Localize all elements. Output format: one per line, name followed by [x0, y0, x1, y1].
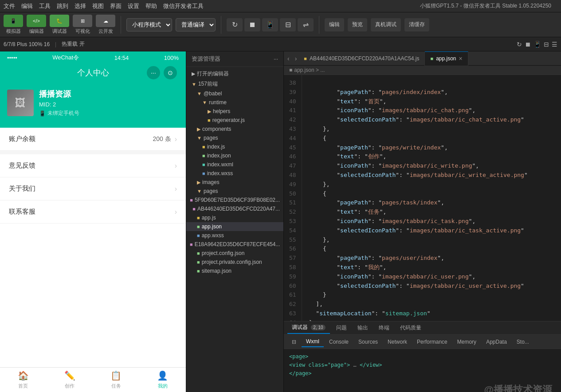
- menu-item-select[interactable]: 选择: [75, 2, 86, 10]
- components-label: components: [202, 126, 231, 132]
- tab-appjson[interactable]: ■ app.json ×: [425, 51, 468, 66]
- index-wxml-file[interactable]: ■ index.wxml: [186, 160, 283, 169]
- simulator-button[interactable]: 📱: [4, 15, 23, 27]
- phone-button[interactable]: 📱: [262, 18, 278, 31]
- file-panel: 资源管理器 ··· ▶ 打开的编辑器 ▼ 157前端 ▼ @babel: [186, 51, 284, 392]
- devtools-tab-performance[interactable]: Performance: [412, 337, 452, 347]
- images-folder[interactable]: ▶ images: [186, 178, 283, 187]
- debugger-button[interactable]: 🐛: [50, 15, 69, 27]
- tab-terminal[interactable]: 终端: [374, 322, 394, 333]
- tab-mine[interactable]: 👤 我的: [139, 368, 186, 392]
- tab-output[interactable]: 输出: [353, 322, 373, 333]
- devtools-tab-console[interactable]: Console: [325, 337, 353, 347]
- tabs-nav-fwd[interactable]: ›: [293, 55, 299, 62]
- app-title: 小狐狸GPT1.5.7 - 微信开发者工具 Stable 1.05.220425…: [420, 2, 551, 10]
- header-camera-btn[interactable]: ⊙: [164, 66, 177, 79]
- devtools-tab-sto[interactable]: Sto...: [512, 337, 534, 347]
- devtools-tab-wxml[interactable]: Wxml: [302, 337, 324, 347]
- more2-icon[interactable]: ☰: [552, 41, 557, 48]
- sitemap-file[interactable]: ■ sitemap.json: [186, 267, 283, 275]
- line-47: 47: [286, 161, 300, 171]
- device2-icon[interactable]: 📱: [534, 41, 541, 48]
- compile-select[interactable]: 普通编译: [176, 18, 216, 31]
- app-wxss-file[interactable]: ■ app.wxss: [186, 231, 283, 240]
- tab-ab44[interactable]: ■ AB446240ED35D6CFCD220A470A1AAC54.js: [298, 51, 425, 66]
- devtools-icon-toggle[interactable]: ⊟: [287, 337, 301, 347]
- tab-debugger[interactable]: 调试器 2, 10: [287, 322, 330, 334]
- stop-button[interactable]: ⏹: [244, 18, 260, 31]
- tab-issues[interactable]: 问题: [332, 322, 351, 333]
- devtools-tab-sources[interactable]: Sources: [354, 337, 382, 347]
- open-editors-header[interactable]: ▶ 打开的编辑器: [186, 69, 283, 79]
- stop2-icon[interactable]: ⏹: [525, 41, 531, 48]
- tab-appjson-close[interactable]: ×: [459, 55, 463, 62]
- devtools-tab-memory[interactable]: Memory: [453, 337, 481, 347]
- index-json-file[interactable]: ■ index.json: [186, 151, 283, 160]
- babel-folder[interactable]: ▼ @babel: [186, 89, 283, 98]
- menu-item-help[interactable]: 帮助: [145, 2, 157, 10]
- project-root[interactable]: ▼ 157前端: [186, 79, 283, 89]
- devtools-tab-appdata[interactable]: AppData: [482, 337, 511, 347]
- console-tag-page-close: </page>: [289, 370, 312, 376]
- img2-file[interactable]: ■ AB446240ED35D6CFCD220A47...: [186, 204, 283, 213]
- phone-status-bar: ••••• WeChat令 14:54 100%: [0, 51, 186, 64]
- img1-file[interactable]: ■ 5F9D60E7ED35D6CF39FB08E02...: [186, 196, 283, 204]
- menu-item-tools[interactable]: 工具: [39, 2, 51, 10]
- img3-file[interactable]: ■ E18A9642ED35D6CF87ECFE454...: [186, 240, 283, 249]
- screenshot-icon[interactable]: ⊟: [544, 41, 549, 48]
- app-json-file[interactable]: ■ app.json: [186, 222, 283, 231]
- menu-item-view[interactable]: 视图: [92, 2, 104, 10]
- project-config-file[interactable]: ■ project.config.json: [186, 249, 283, 258]
- tab-task[interactable]: 📋 任务: [93, 368, 140, 392]
- cloud-button[interactable]: ☁: [96, 15, 115, 27]
- runtime-folder[interactable]: ▼ runtime: [186, 98, 283, 107]
- menu-item-file[interactable]: 文件: [4, 2, 15, 10]
- menu-item-edit[interactable]: 编辑: [21, 2, 33, 10]
- clear-button[interactable]: 清缓存: [404, 18, 429, 31]
- refresh2-icon[interactable]: ↻: [517, 41, 522, 48]
- profile-mid: MID: 2: [39, 101, 79, 108]
- preview-button[interactable]: 预览: [348, 18, 367, 31]
- project-folder-icon: ▼: [192, 82, 196, 87]
- line-numbers: 38 39 40 41 42 43 44 45 46 47 48 49 50 5…: [284, 75, 302, 321]
- line-43: 43: [286, 125, 300, 134]
- visualize-button[interactable]: ⊞: [73, 15, 92, 27]
- tabs-nav-back[interactable]: ‹: [284, 55, 293, 62]
- regenerator-file[interactable]: ■ regenerator.js: [186, 116, 283, 125]
- mode-select[interactable]: 小程序模式: [126, 18, 172, 31]
- support-item[interactable]: 联系客服 ›: [0, 200, 186, 223]
- tab-create[interactable]: ✏️ 创作: [47, 368, 93, 392]
- helpers-folder[interactable]: ▶ helpers: [186, 107, 283, 116]
- pages2-folder[interactable]: ▼ pages: [186, 187, 283, 196]
- refresh-button[interactable]: ↻: [227, 18, 243, 31]
- console-line-2: <view class="page"> … </view>: [289, 361, 556, 369]
- menu-item-wechat[interactable]: 微信开发者工具: [163, 2, 204, 10]
- real-action-group: 真机调试: [371, 18, 401, 31]
- components-folder[interactable]: ▶ components: [186, 125, 283, 133]
- code-content[interactable]: "pagePath": "pages/index/index", "text":…: [302, 75, 561, 321]
- mine-label: 我的: [158, 383, 168, 389]
- index-js-file[interactable]: ■ index.js: [186, 142, 283, 151]
- menu-item-settings[interactable]: 设置: [128, 2, 139, 10]
- menu-item-ui[interactable]: 界面: [110, 2, 122, 10]
- header-menu-btn[interactable]: ···: [147, 66, 160, 79]
- index-wxss-file[interactable]: ■ index.wxss: [186, 169, 283, 178]
- pages-folder[interactable]: ▼ pages: [186, 133, 283, 142]
- app-js-icon: ■: [197, 215, 200, 220]
- app-js-file[interactable]: ■ app.js: [186, 213, 283, 222]
- wifi-button[interactable]: ⇌: [298, 18, 314, 31]
- editor-button[interactable]: </>: [27, 15, 46, 27]
- edit-button[interactable]: 编辑: [325, 18, 344, 31]
- devtools-tab-network[interactable]: Network: [383, 337, 412, 347]
- tablet-button[interactable]: ⊟: [280, 18, 296, 31]
- tab-home[interactable]: 🏠 首页: [0, 368, 47, 392]
- real-button[interactable]: 真机调试: [371, 18, 401, 31]
- project-private-file[interactable]: ■ project.private.config.json: [186, 258, 283, 267]
- file-panel-more[interactable]: ···: [274, 56, 278, 62]
- about-item[interactable]: 关于我们 ›: [0, 177, 186, 200]
- account-item[interactable]: 账户余额 200 条 ›: [0, 128, 186, 151]
- hotreload-label[interactable]: 热重载 开: [62, 40, 84, 48]
- menu-item-goto[interactable]: 跳到: [57, 2, 68, 10]
- tab-quality[interactable]: 代码质量: [396, 322, 426, 333]
- feedback-item[interactable]: 意见反馈 ›: [0, 154, 186, 177]
